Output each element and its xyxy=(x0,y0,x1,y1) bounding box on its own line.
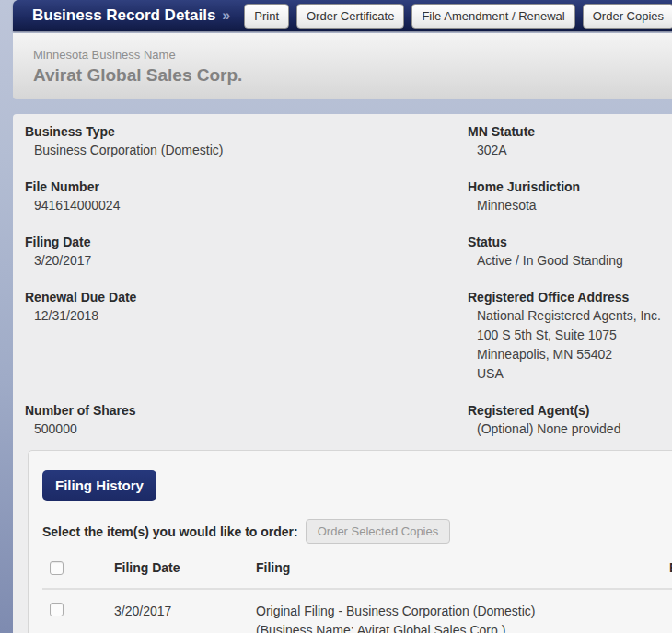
field-label: Renewal Due Date xyxy=(25,288,468,306)
cell-filing-date: 3/20/2017 xyxy=(114,602,256,621)
field-value: 500000 xyxy=(25,420,468,439)
order-copies-button[interactable]: Order Copies xyxy=(583,4,672,29)
field-value: 12/31/2018 xyxy=(25,306,468,326)
order-prompt: Select the item(s) you would like to ord… xyxy=(42,524,298,539)
field-label: Business Type xyxy=(25,122,468,141)
select-all-checkbox[interactable] xyxy=(50,561,64,575)
field-value: 302A xyxy=(468,141,672,160)
print-button[interactable]: Print xyxy=(244,4,289,29)
field-value: Minnesota xyxy=(468,196,672,215)
address-line: Minneapolis, MN 55402 xyxy=(468,345,672,364)
cell-filing: Original Filing - Business Corporation (… xyxy=(256,602,669,633)
field-label: Registered Agent(s) xyxy=(468,401,672,420)
field-registered-agents: Registered Agent(s) (Optional) None prov… xyxy=(468,401,672,439)
address-line: National Registered Agents, Inc. xyxy=(468,306,672,326)
field-filing-date: Filing Date 3/20/2017 xyxy=(25,233,468,270)
field-label: MN Statute xyxy=(468,122,672,141)
row-select-cell xyxy=(50,602,114,620)
titlebar-actions: Print Order Certificate File Amendment /… xyxy=(244,4,672,29)
business-name: Avirat Global Sales Corp. xyxy=(33,65,672,86)
field-value: Business Corporation (Domestic) xyxy=(25,141,468,160)
field-home-jurisdiction: Home Jurisdiction Minnesota xyxy=(468,178,672,215)
address-line: 100 S 5th St, Suite 1075 xyxy=(468,326,672,345)
field-label: Filing Date xyxy=(25,233,468,251)
field-label: File Number xyxy=(25,178,468,196)
titlebar: Business Record Details » Print Order Ce… xyxy=(13,0,672,31)
column-header-filing-date: Filing Date xyxy=(114,560,256,575)
order-selected-copies-button[interactable]: Order Selected Copies xyxy=(306,519,451,544)
table-row: 3/20/2017 Original Filing - Business Cor… xyxy=(42,590,672,633)
field-status: Status Active / In Good Standing xyxy=(468,233,672,270)
field-business-type: Business Type Business Corporation (Dome… xyxy=(25,122,468,160)
business-name-label: Minnesota Business Name xyxy=(33,48,672,62)
filing-history-panel: Filing History Select the item(s) you wo… xyxy=(28,450,672,633)
record-details-grid: Business Type Business Corporation (Dome… xyxy=(25,122,672,456)
field-label: Number of Shares xyxy=(25,401,468,420)
field-mn-statute: MN Statute 302A xyxy=(468,122,672,160)
filing-business-name: (Business Name: Avirat Global Sales Corp… xyxy=(256,621,669,633)
business-name-banner: Minnesota Business Name Avirat Global Sa… xyxy=(13,33,672,99)
field-label: Registered Office Address xyxy=(468,288,672,306)
field-value: 941614000024 xyxy=(25,196,468,215)
title-chevron-icon: » xyxy=(222,7,230,24)
column-header-filing: Filing xyxy=(256,560,669,575)
page-title: Business Record Details xyxy=(32,6,215,25)
order-certificate-button[interactable]: Order Certificate xyxy=(296,4,404,29)
filing-description: Original Filing - Business Corporation (… xyxy=(256,602,669,621)
field-renewal-due-date: Renewal Due Date 12/31/2018 xyxy=(25,288,468,384)
field-value: 3/20/2017 xyxy=(25,251,468,270)
address-line: USA xyxy=(468,364,672,384)
select-all-cell xyxy=(50,560,114,579)
field-value: (Optional) None provided xyxy=(468,420,672,439)
filing-table-header: Filing Date Filing E xyxy=(42,553,672,590)
file-amendment-renewal-button[interactable]: File Amendment / Renewal xyxy=(411,4,574,29)
record-details-panel: Business Type Business Corporation (Dome… xyxy=(13,114,672,633)
field-registered-office-address: Registered Office Address National Regis… xyxy=(468,288,672,384)
field-label: Status xyxy=(468,233,672,251)
field-number-of-shares: Number of Shares 500000 xyxy=(25,401,468,439)
field-label: Home Jurisdiction xyxy=(468,178,672,196)
filing-history-tab[interactable]: Filing History xyxy=(42,470,156,501)
field-value: Active / In Good Standing xyxy=(468,251,672,270)
field-file-number: File Number 941614000024 xyxy=(25,178,468,215)
order-row: Select the item(s) you would like to ord… xyxy=(42,519,672,544)
row-checkbox[interactable] xyxy=(50,603,64,616)
